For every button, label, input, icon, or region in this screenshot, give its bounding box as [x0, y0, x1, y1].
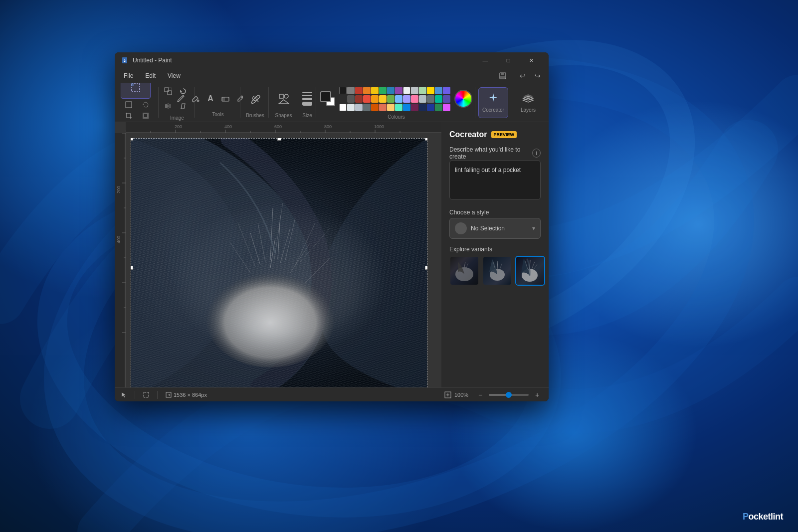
- brushes-tools: [244, 87, 266, 111]
- variant-2[interactable]: [482, 256, 512, 286]
- swatch-gold[interactable]: [427, 87, 434, 94]
- swatch-darkgray2[interactable]: [339, 95, 347, 103]
- swatch-salmon[interactable]: [363, 95, 371, 103]
- zoom-out-button[interactable]: −: [475, 389, 486, 400]
- chevron-down-icon: ▾: [532, 225, 535, 232]
- image-label: Image: [170, 115, 184, 121]
- pencil-icon: [176, 94, 185, 103]
- close-button[interactable]: ✕: [520, 52, 543, 68]
- dimensions-display: 1536 × 864px: [166, 392, 207, 398]
- colour-picker-button[interactable]: [454, 90, 472, 108]
- swatch-forest[interactable]: [435, 104, 442, 111]
- svg-line-60: [280, 228, 290, 263]
- canvas-container[interactable]: 200 400 600 800 1000: [115, 122, 441, 387]
- swatch-orange[interactable]: [363, 87, 371, 94]
- zoom-slider-thumb[interactable]: [506, 392, 512, 398]
- swatch-magenta[interactable]: [443, 104, 450, 111]
- swatch-red[interactable]: [355, 87, 363, 94]
- minimize-button[interactable]: —: [474, 52, 497, 68]
- canvas-scroll-area[interactable]: [126, 133, 441, 387]
- swatch-silver[interactable]: [419, 95, 426, 103]
- swatch-navy[interactable]: [419, 104, 426, 111]
- fill-tool[interactable]: [189, 88, 202, 110]
- layers-button[interactable]: Layers: [513, 87, 543, 118]
- variant-3[interactable]: [515, 256, 545, 286]
- variant-1[interactable]: [449, 256, 479, 286]
- eraser-tool[interactable]: [218, 93, 232, 104]
- size-small[interactable]: [302, 92, 312, 93]
- swatch-white2[interactable]: [339, 104, 347, 111]
- prompt-input[interactable]: [449, 160, 541, 200]
- flip-button[interactable]: [161, 99, 175, 113]
- redo-button[interactable]: ↪: [531, 70, 545, 81]
- swatch-yellow[interactable]: [371, 87, 379, 94]
- menu-file[interactable]: File: [119, 70, 138, 81]
- svg-rect-25: [279, 94, 283, 98]
- menu-edit[interactable]: Edit: [140, 70, 161, 81]
- swatch-lightblue[interactable]: [395, 95, 402, 103]
- swatch-coral[interactable]: [379, 104, 387, 111]
- swatch-white[interactable]: [403, 87, 410, 94]
- save-icon: [499, 72, 506, 79]
- swatch-lightyellow[interactable]: [379, 95, 387, 103]
- swatch-lightgreen[interactable]: [419, 87, 426, 94]
- svg-line-67: [278, 215, 280, 259]
- select-all-button[interactable]: [121, 100, 137, 110]
- swatch-lime[interactable]: [387, 95, 395, 103]
- shapes-tool[interactable]: [273, 87, 295, 111]
- pocketlint-watermark: Pocketlint: [743, 512, 783, 522]
- swatch-lightgray[interactable]: [411, 87, 418, 94]
- swatch-brown[interactable]: [371, 104, 379, 111]
- swatch-mint[interactable]: [395, 104, 402, 111]
- swatch-gray2[interactable]: [347, 95, 355, 103]
- freeform-select-button[interactable]: [138, 100, 154, 110]
- zoom-in-button[interactable]: +: [532, 389, 543, 400]
- swatch-blue[interactable]: [387, 87, 395, 94]
- swatch-gray[interactable]: [347, 87, 355, 94]
- swatch-lightgray2[interactable]: [355, 104, 363, 111]
- save-button[interactable]: [496, 70, 510, 81]
- maximize-button[interactable]: □: [497, 52, 520, 68]
- swatch-slate[interactable]: [427, 95, 434, 103]
- swatch-darkblue[interactable]: [427, 104, 434, 111]
- swatch-peach[interactable]: [387, 104, 395, 111]
- text-tool[interactable]: A: [203, 88, 217, 110]
- svg-line-71: [270, 208, 273, 260]
- swatches-row-3: [339, 104, 450, 111]
- undo-button[interactable]: ↩: [516, 70, 530, 81]
- menu-view[interactable]: View: [163, 70, 186, 81]
- invert-select-button[interactable]: [138, 111, 154, 121]
- swatch-offwhite[interactable]: [347, 104, 355, 111]
- swatch-violet[interactable]: [443, 87, 450, 94]
- size-medium-sm[interactable]: [302, 95, 312, 96]
- swatch-maroon[interactable]: [411, 104, 418, 111]
- variant-1-art: [450, 257, 478, 285]
- toolbar-group-shapes: Shapes: [270, 83, 297, 122]
- swatch-teal[interactable]: [435, 95, 442, 103]
- primary-colour-swatch[interactable]: [320, 91, 331, 102]
- swatch-pink[interactable]: [411, 95, 418, 103]
- style-dropdown[interactable]: No Selection ▾: [449, 218, 541, 239]
- canvas-image[interactable]: [131, 138, 427, 387]
- swatch-red2[interactable]: [355, 95, 363, 103]
- info-button[interactable]: i: [532, 149, 541, 158]
- cocreator-button[interactable]: Cocreator: [478, 87, 508, 118]
- swatch-lavender[interactable]: [403, 95, 410, 103]
- svg-line-59: [270, 238, 275, 268]
- swatch-skyblue[interactable]: [435, 87, 442, 94]
- swatch-green[interactable]: [379, 87, 387, 94]
- brush-tool[interactable]: [244, 87, 266, 111]
- swatch-gray3[interactable]: [363, 104, 371, 111]
- crop-button[interactable]: [121, 111, 137, 121]
- swatch-black[interactable]: [339, 87, 347, 94]
- resize-button[interactable]: [161, 84, 175, 98]
- swatch-violet2[interactable]: [443, 95, 450, 103]
- pencil-tool[interactable]: [174, 88, 188, 110]
- swatch-amber[interactable]: [371, 95, 379, 103]
- swatch-purple[interactable]: [395, 87, 402, 94]
- size-large[interactable]: [302, 102, 312, 106]
- selection-tool-button[interactable]: [121, 83, 151, 99]
- swatch-cobalt[interactable]: [403, 104, 410, 111]
- zoom-slider[interactable]: [489, 394, 529, 396]
- size-medium[interactable]: [302, 98, 312, 100]
